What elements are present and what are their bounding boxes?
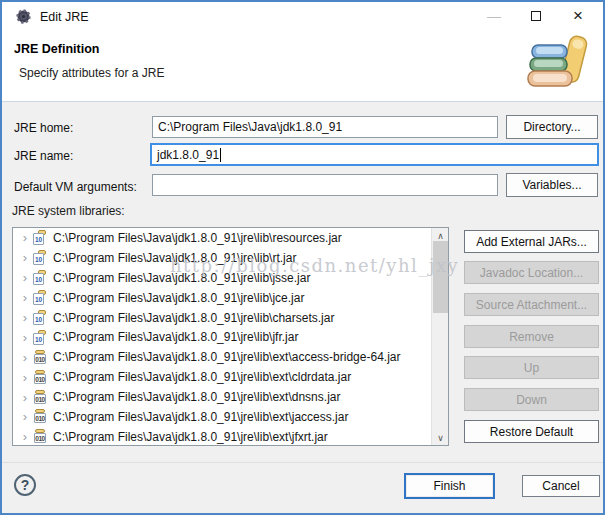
vm-arguments-label: Default VM arguments:	[14, 180, 137, 194]
library-list-item[interactable]: › 010 C:\Program Files\Java\jdk1.8.0_91\…	[13, 407, 448, 427]
jar-file-icon: 010	[33, 409, 47, 424]
jar-path-text: C:\Program Files\Java\jdk1.8.0_91\jre\li…	[53, 330, 298, 344]
jar-file-icon: 10	[33, 290, 47, 305]
side-button-remove[interactable]: Remove	[464, 325, 599, 348]
chevron-right-icon[interactable]: ›	[19, 231, 31, 244]
jar-file-icon: 10	[33, 230, 47, 245]
jre-name-value: jdk1.8.0_91	[157, 148, 219, 162]
jar-file-icon: 10	[33, 250, 47, 265]
side-button-restore-default[interactable]: Restore Default	[464, 420, 599, 443]
chevron-right-icon[interactable]: ›	[19, 391, 31, 404]
chevron-right-icon[interactable]: ›	[19, 371, 31, 384]
jar-path-text: C:\Program Files\Java\jdk1.8.0_91\jre\li…	[53, 390, 340, 404]
library-list-item[interactable]: › 10 C:\Program Files\Java\jdk1.8.0_91\j…	[13, 248, 448, 268]
footer-divider	[2, 462, 603, 463]
chevron-right-icon[interactable]: ›	[19, 430, 31, 443]
directory-button[interactable]: Directory...	[506, 115, 598, 139]
side-button-up[interactable]: Up	[464, 356, 599, 379]
library-list-item[interactable]: › 010 C:\Program Files\Java\jdk1.8.0_91\…	[13, 427, 448, 446]
jre-home-label: JRE home:	[14, 121, 73, 135]
app-gear-icon	[15, 8, 32, 25]
jre-home-value: C:\Program Files\Java\jdk1.8.0_91	[158, 120, 342, 134]
jre-library-books-icon	[527, 34, 589, 94]
chevron-right-icon[interactable]: ›	[19, 351, 31, 364]
minimize-button[interactable]: —	[477, 2, 511, 30]
header-banner: JRE Definition Specify attributes for a …	[2, 32, 603, 102]
side-button-javadoc-location[interactable]: Javadoc Location...	[464, 261, 599, 284]
library-list-item[interactable]: › 10 C:\Program Files\Java\jdk1.8.0_91\j…	[13, 268, 448, 288]
maximize-button[interactable]	[519, 2, 553, 30]
side-button-down[interactable]: Down	[464, 388, 599, 411]
jar-path-text: C:\Program Files\Java\jdk1.8.0_91\jre\li…	[53, 410, 348, 424]
library-rows: › 10 C:\Program Files\Java\jdk1.8.0_91\j…	[13, 228, 448, 446]
page-title: JRE Definition	[14, 42, 99, 56]
library-list-item[interactable]: › 010 C:\Program Files\Java\jdk1.8.0_91\…	[13, 387, 448, 407]
close-icon: ×	[573, 6, 583, 26]
jre-name-label: JRE name:	[14, 149, 73, 163]
jar-file-icon: 010	[33, 370, 47, 385]
library-list[interactable]: › 10 C:\Program Files\Java\jdk1.8.0_91\j…	[12, 227, 449, 446]
jar-path-text: C:\Program Files\Java\jdk1.8.0_91\jre\li…	[53, 291, 304, 305]
scroll-down-icon[interactable]: ∨	[432, 430, 449, 445]
chevron-right-icon[interactable]: ›	[19, 311, 31, 324]
close-button[interactable]: ×	[561, 2, 595, 30]
side-button-source-attachment[interactable]: Source Attachment...	[464, 293, 599, 316]
page-subtitle: Specify attributes for a JRE	[19, 66, 164, 80]
chevron-right-icon[interactable]: ›	[19, 331, 31, 344]
chevron-right-icon[interactable]: ›	[19, 291, 31, 304]
jar-path-text: C:\Program Files\Java\jdk1.8.0_91\jre\li…	[53, 370, 351, 384]
jar-file-icon: 10	[33, 270, 47, 285]
system-libraries-label: JRE system libraries:	[12, 204, 125, 218]
jar-file-icon: 010	[33, 429, 47, 444]
library-list-item[interactable]: › 10 C:\Program Files\Java\jdk1.8.0_91\j…	[13, 327, 448, 347]
side-button-add-external-jars[interactable]: Add External JARs...	[464, 230, 599, 253]
jar-file-icon: 010	[33, 390, 47, 405]
help-button[interactable]: ?	[14, 474, 36, 496]
chevron-right-icon[interactable]: ›	[19, 251, 31, 264]
library-list-item[interactable]: › 10 C:\Program Files\Java\jdk1.8.0_91\j…	[13, 308, 448, 328]
jar-path-text: C:\Program Files\Java\jdk1.8.0_91\jre\li…	[53, 350, 400, 364]
minimize-icon: —	[487, 8, 501, 24]
jre-name-input[interactable]: jdk1.8.0_91	[150, 143, 599, 166]
jar-path-text: C:\Program Files\Java\jdk1.8.0_91\jre\li…	[53, 271, 310, 285]
chevron-right-icon[interactable]: ›	[19, 271, 31, 284]
jar-path-text: C:\Program Files\Java\jdk1.8.0_91\jre\li…	[53, 231, 342, 245]
titlebar[interactable]: Edit JRE — ×	[2, 2, 603, 32]
edit-jre-dialog: Edit JRE — × JRE Definition Specify attr…	[0, 0, 605, 515]
jar-path-text: C:\Program Files\Java\jdk1.8.0_91\jre\li…	[53, 311, 334, 325]
maximize-icon	[531, 11, 541, 21]
variables-button[interactable]: Variables...	[506, 173, 598, 197]
vertical-scrollbar[interactable]: ∧ ∨	[431, 228, 448, 445]
text-caret	[220, 148, 221, 162]
vm-arguments-input[interactable]	[152, 174, 498, 196]
cancel-button[interactable]: Cancel	[522, 475, 600, 497]
scrollbar-thumb[interactable]	[433, 241, 448, 313]
library-list-item[interactable]: › 010 C:\Program Files\Java\jdk1.8.0_91\…	[13, 367, 448, 387]
window-title: Edit JRE	[40, 10, 89, 24]
jar-path-text: C:\Program Files\Java\jdk1.8.0_91\jre\li…	[53, 430, 328, 444]
jar-file-icon: 10	[33, 310, 47, 325]
jar-path-text: C:\Program Files\Java\jdk1.8.0_91\jre\li…	[53, 251, 296, 265]
chevron-right-icon[interactable]: ›	[19, 410, 31, 423]
library-list-item[interactable]: › 10 C:\Program Files\Java\jdk1.8.0_91\j…	[13, 228, 448, 248]
jar-file-icon: 10	[33, 330, 47, 345]
finish-button[interactable]: Finish	[404, 473, 495, 499]
jar-file-icon: 010	[33, 350, 47, 365]
jre-home-input[interactable]: C:\Program Files\Java\jdk1.8.0_91	[152, 116, 498, 138]
library-list-item[interactable]: › 10 C:\Program Files\Java\jdk1.8.0_91\j…	[13, 288, 448, 308]
library-list-item[interactable]: › 010 C:\Program Files\Java\jdk1.8.0_91\…	[13, 347, 448, 367]
